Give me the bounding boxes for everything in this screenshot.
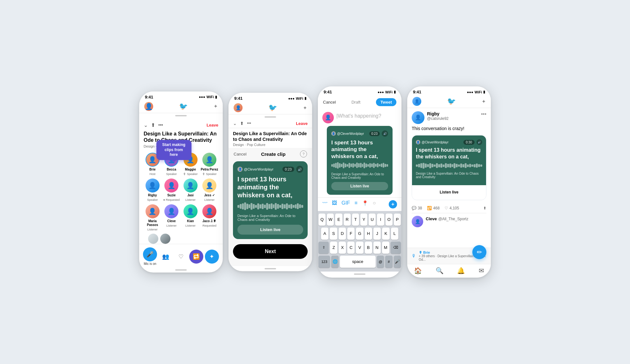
more-options-btn[interactable]: ••• <box>158 122 163 127</box>
key-x[interactable]: X <box>339 242 346 254</box>
speaker-avatar-rigby[interactable]: 👤 <box>146 178 160 193</box>
speaker-avatar-kian[interactable]: 👤 <box>184 204 198 218</box>
share-btn[interactable]: ⬆ <box>151 122 155 128</box>
sparkle-icon[interactable]: ✦ <box>214 103 218 109</box>
key-v[interactable]: V <box>356 242 363 254</box>
tweet-actions: 💬 38 🔁 468 ♡ 4,105 ⬆ <box>412 203 486 213</box>
notifications-nav-btn[interactable]: 🔔 <box>457 267 465 274</box>
key-z[interactable]: Z <box>330 242 337 254</box>
key-123[interactable]: 123 <box>319 256 330 268</box>
retweet-clip-button[interactable]: 🔁 <box>189 250 203 264</box>
space-more-2[interactable]: ••• <box>247 121 251 126</box>
speaker-avatar-jaco[interactable]: 👤 <box>202 204 216 218</box>
share-icon: ⬆ <box>483 206 486 210</box>
key-space[interactable]: space <box>340 256 376 268</box>
tweet-author-avatar[interactable]: 👤 <box>412 111 424 124</box>
key-d[interactable]: D <box>339 228 346 240</box>
listen-live-btn-clip[interactable]: Listen live <box>237 225 303 235</box>
speaker-avatar-suzie[interactable]: 👤 <box>164 178 178 193</box>
sparkle-icon-2[interactable]: ✦ <box>303 105 307 111</box>
compose-placeholder[interactable]: |What's happening? <box>336 112 381 123</box>
clip-waveform[interactable] <box>237 202 303 210</box>
key-r[interactable]: R <box>344 214 351 226</box>
home-nav-btn[interactable]: 🏠 <box>414 267 422 274</box>
user-avatar-4[interactable]: 👤 <box>412 97 421 106</box>
key-e[interactable]: E <box>335 214 342 226</box>
clip-cancel-btn[interactable]: Cancel <box>234 152 246 157</box>
embedded-waveform[interactable] <box>331 162 388 169</box>
space-chevron-2[interactable]: ⌄ <box>233 121 237 126</box>
key-u[interactable]: U <box>369 214 376 226</box>
messages-nav-btn[interactable]: ✉ <box>479 267 484 274</box>
speaker-avatar-jasi[interactable]: 👤 <box>184 178 198 193</box>
clip-tooltip: Start making clips from here <box>156 140 191 160</box>
key-p[interactable]: P <box>394 214 401 226</box>
user-avatar-2[interactable]: 👤 <box>234 103 243 112</box>
key-o[interactable]: O <box>386 214 393 226</box>
key-emoji[interactable]: 🌐 <box>331 256 338 268</box>
image-icon[interactable]: 🖼 <box>332 200 337 208</box>
key-t[interactable]: T <box>352 214 359 226</box>
speaker-avatar-petra[interactable]: 👤 <box>202 153 216 167</box>
sparkle-action-button[interactable]: ✦ <box>205 250 219 264</box>
key-a[interactable]: A <box>321 228 328 240</box>
key-m[interactable]: M <box>382 242 389 254</box>
key-i[interactable]: I <box>377 214 384 226</box>
space-share-2[interactable]: ⬆ <box>240 121 244 126</box>
embedded-vol-btn[interactable]: 🔊 <box>382 130 388 137</box>
key-q[interactable]: Q <box>319 214 326 226</box>
mic-button[interactable]: 🎤 <box>143 247 157 261</box>
speaker-avatar-maria[interactable]: 👤 <box>146 204 160 218</box>
key-y[interactable]: Y <box>360 214 367 226</box>
poll-icon[interactable]: ≡ <box>355 200 357 208</box>
next-btn[interactable]: Next <box>233 244 308 259</box>
speaker-maria: 👤 Maria Passos Listener <box>144 204 161 231</box>
chevron-down-btn[interactable]: ⌄ <box>144 122 148 128</box>
tweet-more-btn[interactable]: ••• <box>481 111 486 117</box>
key-g[interactable]: G <box>356 228 363 240</box>
key-l[interactable]: L <box>391 228 398 240</box>
key-c[interactable]: C <box>347 242 355 254</box>
gif-icon[interactable]: GIF <box>341 200 350 208</box>
compose-fab[interactable]: ✏ <box>472 245 486 259</box>
key-n[interactable]: N <box>373 242 381 254</box>
key-at[interactable]: @ <box>377 256 384 268</box>
like-action[interactable]: ♡ 4,105 <box>445 206 459 210</box>
key-mic[interactable]: 🎤 <box>394 256 401 268</box>
status-bar-3: 9:41 ●●● WiFi ▮ <box>318 86 401 96</box>
leave-btn-2[interactable]: Leave <box>296 121 308 126</box>
key-shift[interactable]: ⇧ <box>319 242 329 254</box>
key-b[interactable]: B <box>365 242 372 254</box>
compose-cancel-btn[interactable]: Cancel <box>323 100 336 105</box>
retweet-action[interactable]: 🔁 468 <box>427 206 439 210</box>
key-w[interactable]: W <box>327 214 334 226</box>
speaker-avatar-cleve[interactable]: 👤 <box>164 204 178 218</box>
people-button[interactable]: 👥 <box>159 250 173 264</box>
key-j[interactable]: J <box>373 228 381 240</box>
clip-help-btn[interactable]: ? <box>300 150 307 157</box>
search-nav-btn[interactable]: 🔍 <box>436 267 444 274</box>
key-h[interactable]: H <box>365 228 372 240</box>
key-s[interactable]: S <box>330 228 337 240</box>
key-k[interactable]: K <box>382 228 389 240</box>
add-content-btn[interactable]: + <box>389 200 397 208</box>
heart-button[interactable]: ♡ <box>174 250 188 264</box>
user-avatar[interactable]: 👤 <box>144 102 153 111</box>
reply-avatar[interactable]: 👤 <box>412 216 423 227</box>
location-icon[interactable]: 📍 <box>362 200 368 208</box>
embedded-listen-live-btn[interactable]: Listen live <box>331 182 388 190</box>
key-hash[interactable]: # <box>385 256 392 268</box>
reply-action[interactable]: 💬 38 <box>412 206 422 210</box>
speaker-avatar-jess[interactable]: 👤 <box>202 178 216 193</box>
embed-vol-btn[interactable]: 🔊 <box>476 139 482 145</box>
sparkle-icon-4[interactable]: ✦ <box>482 98 486 105</box>
clip-volume-btn[interactable]: 🔊 <box>296 166 303 173</box>
leave-btn[interactable]: Leave <box>206 123 218 127</box>
media-icon[interactable]: 〰 <box>322 200 327 208</box>
share-action[interactable]: ⬆ <box>483 206 486 210</box>
embed-waveform[interactable] <box>416 163 482 169</box>
embed-listen-live-btn[interactable]: Listen live <box>416 188 482 197</box>
tweet-post-btn[interactable]: Tweet <box>376 98 396 106</box>
key-backspace[interactable]: ⌫ <box>391 242 401 254</box>
key-f[interactable]: F <box>347 228 355 240</box>
